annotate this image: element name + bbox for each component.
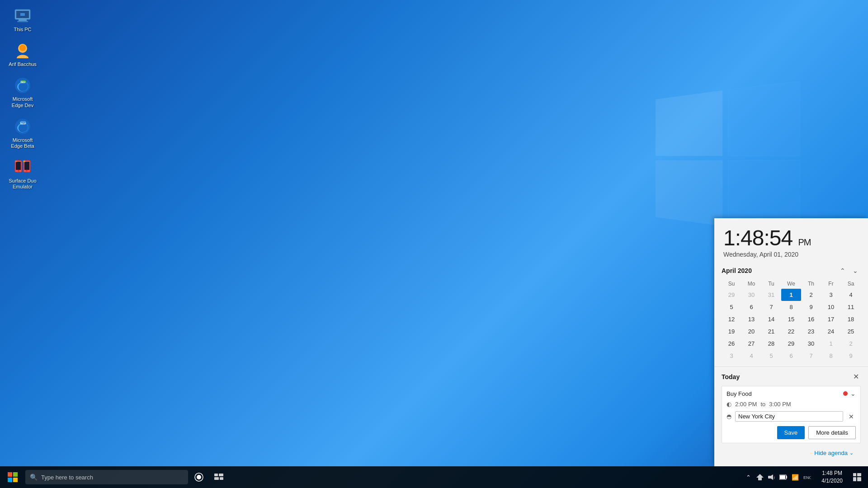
start-button[interactable]	[2, 466, 24, 488]
calendar-day[interactable]: 12	[722, 313, 741, 325]
calendar-day[interactable]: 7	[801, 350, 821, 362]
desktop-icon-edge-dev[interactable]: DEV Microsoft Edge Dev	[5, 74, 41, 110]
calendar-day[interactable]: 11	[841, 301, 861, 313]
taskbar-search-icon: 🔍	[30, 474, 38, 481]
today-close-button[interactable]: ✕	[851, 372, 861, 381]
system-tray: ⌃ ) ) 📶 ENG	[739, 466, 816, 488]
calendar-prev-button[interactable]: ⌃	[837, 266, 848, 275]
event-time-separator: to	[760, 401, 765, 408]
this-pc-icon	[14, 7, 32, 25]
calendar-day[interactable]: 6	[781, 350, 801, 362]
surface-duo-label: Surface Duo Emulator	[7, 178, 38, 190]
event-location-input[interactable]	[735, 411, 843, 422]
calendar-grid: Su Mo Tu We Th Fr Sa 2930311234567891011…	[722, 279, 861, 362]
calendar-day[interactable]: 24	[821, 325, 841, 338]
taskbar: 🔍 Type here to search ⌃	[0, 466, 868, 488]
tray-battery-icon[interactable]	[778, 466, 789, 488]
taskbar-search-box[interactable]: 🔍 Type here to search	[25, 470, 188, 484]
calendar-day[interactable]: 3	[821, 289, 841, 301]
calendar-day[interactable]: 21	[761, 325, 781, 338]
calendar-day[interactable]: 25	[841, 325, 861, 338]
calendar-day[interactable]: 4	[841, 289, 861, 301]
event-actions: Save More details	[726, 426, 856, 439]
event-time-row: ◐ 2:00 PM to 3:00 PM	[726, 401, 856, 408]
desktop-icon-this-pc[interactable]: This PC	[5, 5, 41, 35]
calendar-day[interactable]: 29	[722, 289, 741, 301]
taskbar-time: 1:48 PM	[822, 469, 842, 477]
calendar-day[interactable]: 9	[841, 350, 861, 362]
today-label: Today	[722, 373, 740, 380]
svg-rect-18	[26, 170, 28, 171]
calendar-day[interactable]: 4	[741, 350, 761, 362]
tray-language-icon[interactable]: ENG	[802, 466, 812, 488]
calendar-day[interactable]: 6	[741, 301, 761, 313]
calendar-day[interactable]: 5	[722, 301, 741, 313]
calendar-header: April 2020 ⌃ ⌄	[722, 263, 861, 279]
calendar-day[interactable]: 28	[761, 338, 781, 350]
calendar-day[interactable]: 20	[741, 325, 761, 338]
calendar-next-button[interactable]: ⌄	[850, 266, 861, 275]
desktop-icon-edge-beta[interactable]: BETA Microsoft Edge Beta	[5, 115, 41, 151]
svg-rect-40	[853, 473, 856, 476]
event-start-time: 2:00 PM	[735, 401, 757, 408]
taskbar-search-placeholder: Type here to search	[41, 474, 93, 481]
calendar-day[interactable]: 26	[722, 338, 741, 350]
svg-rect-28	[219, 474, 223, 476]
calendar-day[interactable]: 18	[841, 313, 861, 325]
calendar-day[interactable]: 30	[801, 338, 821, 350]
task-view-button[interactable]	[210, 468, 228, 486]
taskbar-date: 4/1/2020	[821, 477, 843, 485]
calendar-day[interactable]: 8	[821, 350, 841, 362]
desktop-icon-arif-bacchus[interactable]: Arif Bacchus	[5, 39, 41, 70]
calendar-day[interactable]: 27	[741, 338, 761, 350]
calendar-day[interactable]: 1	[821, 338, 841, 350]
calendar-day[interactable]: 1	[781, 289, 801, 301]
calendar-day[interactable]: 13	[741, 313, 761, 325]
taskbar-clock[interactable]: 1:48 PM 4/1/2020	[818, 466, 846, 488]
calendar-day[interactable]: 9	[801, 301, 821, 313]
calendar-day[interactable]: 22	[781, 325, 801, 338]
notification-center-button[interactable]	[848, 466, 866, 488]
calendar-day[interactable]: 14	[761, 313, 781, 325]
calendar-day[interactable]: 15	[781, 313, 801, 325]
calendar-day[interactable]: 2	[841, 338, 861, 350]
calendar-day[interactable]: 5	[761, 350, 781, 362]
calendar-day[interactable]: 7	[761, 301, 781, 313]
clock-ampm: PM	[798, 237, 811, 247]
calendar-day[interactable]: 29	[781, 338, 801, 350]
svg-rect-4	[20, 13, 25, 16]
calendar-nav: ⌃ ⌄	[837, 266, 861, 275]
hide-agenda-row[interactable]: Hide agenda ⌄	[722, 447, 861, 461]
calendar-day[interactable]: 19	[722, 325, 741, 338]
svg-rect-20	[23, 160, 25, 162]
calendar-day[interactable]: 23	[801, 325, 821, 338]
calendar-day[interactable]: 2	[801, 289, 821, 301]
tray-network-icon[interactable]	[755, 466, 765, 488]
arif-bacchus-label: Arif Bacchus	[9, 61, 37, 67]
edge-beta-label: Microsoft Edge Beta	[7, 137, 38, 149]
tray-wifi-icon[interactable]: 📶	[790, 466, 801, 488]
calendar-day[interactable]: 3	[722, 350, 741, 362]
calendar-day[interactable]: 8	[781, 301, 801, 313]
weekday-tu: Tu	[761, 279, 781, 289]
this-pc-label: This PC	[14, 27, 31, 33]
calendar-day[interactable]: 10	[821, 301, 841, 313]
svg-text:DEV: DEV	[21, 81, 26, 84]
calendar-day[interactable]: 16	[801, 313, 821, 325]
tray-chevron[interactable]: ⌃	[743, 466, 754, 488]
calendar-day[interactable]: 31	[761, 289, 781, 301]
svg-rect-43	[857, 477, 861, 481]
calendar-day[interactable]: 17	[821, 313, 841, 325]
save-button[interactable]: Save	[777, 426, 805, 439]
event-location-clear-button[interactable]: ✕	[847, 413, 856, 420]
cortana-button[interactable]	[190, 468, 208, 486]
desktop-icon-surface-duo[interactable]: Surface Duo Emulator	[5, 156, 41, 192]
svg-rect-30	[220, 477, 223, 480]
svg-rect-27	[214, 474, 218, 476]
svg-rect-41	[857, 473, 861, 476]
calendar-day[interactable]: 30	[741, 289, 761, 301]
event-expand-button[interactable]: ⌄	[850, 390, 856, 397]
more-details-button[interactable]: More details	[808, 426, 856, 439]
tray-volume-icon[interactable]: ) )	[766, 466, 777, 488]
svg-rect-14	[16, 162, 21, 170]
